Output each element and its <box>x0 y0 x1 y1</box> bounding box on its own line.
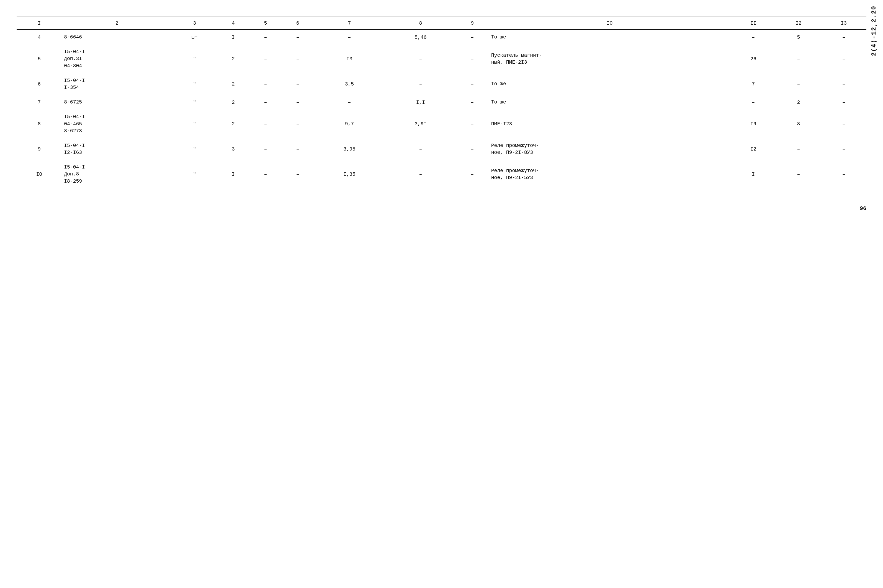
cell-col9: – <box>456 138 488 160</box>
col-header-4: 4 <box>217 17 249 30</box>
cell-col12: – <box>776 138 821 160</box>
cell-col6: – <box>281 110 314 138</box>
col-header-5: 5 <box>250 17 281 30</box>
cell-col8: – <box>385 74 456 95</box>
cell-col1: 7 <box>17 95 62 110</box>
cell-col3: " <box>172 138 217 160</box>
cell-col13: – <box>821 74 866 95</box>
cell-col1: IO <box>17 160 62 189</box>
cell-col2: I5-04-IДоп.8I8-259 <box>62 160 172 189</box>
cell-col9: – <box>456 30 488 45</box>
cell-col11: – <box>731 30 776 45</box>
cell-col5: – <box>250 110 281 138</box>
cell-col2: 8-6646 <box>62 30 172 45</box>
cell-col10: Пускатель магнит-ный, ПМЕ-2I3 <box>489 45 731 74</box>
cell-col4: 2 <box>217 74 249 95</box>
cell-col10: То же <box>489 30 731 45</box>
cell-col2: I5-04-Iдоп.3I04-804 <box>62 45 172 74</box>
col-header-6: 6 <box>281 17 314 30</box>
table-row: 6I5-04-II-354"2––3,5––То же7–– <box>17 74 866 95</box>
cell-col11: I9 <box>731 110 776 138</box>
cell-col12: – <box>776 45 821 74</box>
cell-col4: 3 <box>217 138 249 160</box>
cell-col4: 2 <box>217 110 249 138</box>
cell-col3: " <box>172 45 217 74</box>
cell-col8: I,I <box>385 95 456 110</box>
cell-col1: 4 <box>17 30 62 45</box>
cell-col12: 8 <box>776 110 821 138</box>
cell-col7: – <box>314 30 385 45</box>
cell-col13: – <box>821 45 866 74</box>
cell-col10: Реле промежуточ-ное, П9-2I-8У3 <box>489 138 731 160</box>
col-header-3: 3 <box>172 17 217 30</box>
cell-col10: То же <box>489 74 731 95</box>
cell-col1: 9 <box>17 138 62 160</box>
cell-col9: – <box>456 45 488 74</box>
cell-col10: Реле промежуточ-ное, П9-2I-5У3 <box>489 160 731 189</box>
col-header-8: 8 <box>385 17 456 30</box>
cell-col4: I <box>217 160 249 189</box>
cell-col9: – <box>456 110 488 138</box>
cell-col5: – <box>250 74 281 95</box>
col-header-10: IO <box>489 17 731 30</box>
cell-col4: 2 <box>217 45 249 74</box>
cell-col3: " <box>172 74 217 95</box>
cell-col3: " <box>172 95 217 110</box>
cell-col10: То же <box>489 95 731 110</box>
cell-col3: шт <box>172 30 217 45</box>
cell-col1: 8 <box>17 110 62 138</box>
cell-col11: 7 <box>731 74 776 95</box>
cell-col5: – <box>250 160 281 189</box>
cell-col9: – <box>456 74 488 95</box>
bottom-page-number: 96 <box>17 206 866 212</box>
cell-col8: 5,46 <box>385 30 456 45</box>
cell-col11: – <box>731 95 776 110</box>
cell-col13: – <box>821 160 866 189</box>
main-table: I 2 3 4 5 6 7 8 9 IO II I2 I3 48-6646штI… <box>17 16 866 189</box>
cell-col7: I3 <box>314 45 385 74</box>
cell-col2: I5-04-II2-I63 <box>62 138 172 160</box>
cell-col7: – <box>314 95 385 110</box>
cell-col3: " <box>172 160 217 189</box>
table-row: 8I5-04-I04-4658-6273"2––9,73,9I–ПМЕ-I23I… <box>17 110 866 138</box>
col-header-1: I <box>17 17 62 30</box>
cell-col6: – <box>281 30 314 45</box>
cell-col2: I5-04-II-354 <box>62 74 172 95</box>
cell-col2: I5-04-I04-4658-6273 <box>62 110 172 138</box>
cell-col8: – <box>385 160 456 189</box>
cell-col9: – <box>456 95 488 110</box>
cell-col7: 3,95 <box>314 138 385 160</box>
cell-col2: 8-6725 <box>62 95 172 110</box>
cell-col12: 5 <box>776 30 821 45</box>
cell-col13: – <box>821 95 866 110</box>
cell-col6: – <box>281 160 314 189</box>
cell-col7: 9,7 <box>314 110 385 138</box>
col-header-7: 7 <box>314 17 385 30</box>
table-row: 5I5-04-Iдоп.3I04-804"2––I3––Пускатель ма… <box>17 45 866 74</box>
cell-col6: – <box>281 138 314 160</box>
cell-col11: 26 <box>731 45 776 74</box>
table-row: IOI5-04-IДоп.8I8-259"I––I,35––Реле проме… <box>17 160 866 189</box>
cell-col7: I,35 <box>314 160 385 189</box>
cell-col5: – <box>250 95 281 110</box>
rotated-page-number: 2(4)-12,2.20 <box>871 6 877 56</box>
col-header-13: I3 <box>821 17 866 30</box>
table-header-row: I 2 3 4 5 6 7 8 9 IO II I2 I3 <box>17 17 866 30</box>
cell-col5: – <box>250 45 281 74</box>
table-row: 78-6725"2–––I,I–То же–2– <box>17 95 866 110</box>
col-header-2: 2 <box>62 17 172 30</box>
cell-col5: – <box>250 30 281 45</box>
cell-col13: – <box>821 138 866 160</box>
cell-col6: – <box>281 95 314 110</box>
cell-col13: – <box>821 110 866 138</box>
cell-col11: I2 <box>731 138 776 160</box>
cell-col10: ПМЕ-I23 <box>489 110 731 138</box>
cell-col4: I <box>217 30 249 45</box>
cell-col5: – <box>250 138 281 160</box>
cell-col7: 3,5 <box>314 74 385 95</box>
cell-col3: " <box>172 110 217 138</box>
cell-col6: – <box>281 74 314 95</box>
cell-col11: I <box>731 160 776 189</box>
table-row: 9I5-04-II2-I63"3––3,95––Реле промежуточ-… <box>17 138 866 160</box>
cell-col1: 6 <box>17 74 62 95</box>
